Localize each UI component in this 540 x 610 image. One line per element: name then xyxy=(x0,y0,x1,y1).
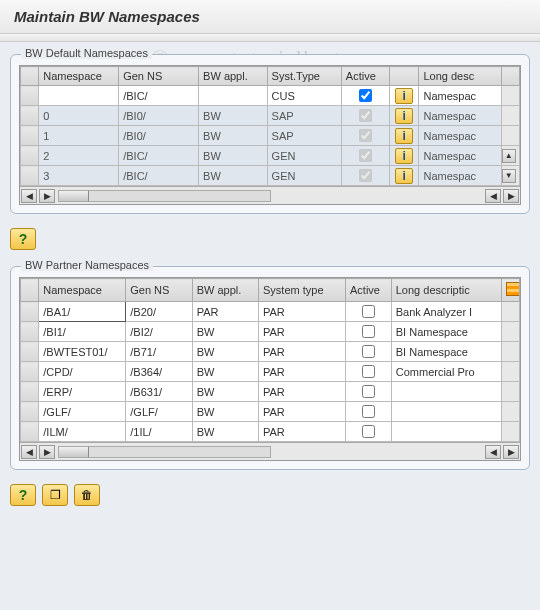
cell-system-type[interactable]: PAR xyxy=(259,302,346,322)
cell-gen-ns[interactable]: /B20/ xyxy=(126,302,192,322)
cell-bw-appl[interactable]: BW xyxy=(199,126,268,146)
info-icon[interactable]: i xyxy=(395,108,413,124)
cell-long-desc[interactable]: BI Namespace xyxy=(391,342,501,362)
col-bw-appl[interactable]: BW appl. xyxy=(192,279,258,302)
cell-namespace[interactable]: /ERP/ xyxy=(39,382,126,402)
active-checkbox[interactable] xyxy=(362,305,375,318)
cell-namespace[interactable]: /GLF/ xyxy=(39,402,126,422)
row-selector[interactable] xyxy=(21,106,39,126)
cell-syst-type[interactable]: SAP xyxy=(267,106,341,126)
scroll-right-button-2[interactable]: ▶ xyxy=(503,189,519,203)
col-namespace[interactable]: Namespace xyxy=(39,279,126,302)
cell-gen-ns[interactable]: /BI0/ xyxy=(119,126,199,146)
table-row[interactable]: 0/BI0/BWSAPiNamespac xyxy=(21,106,520,126)
delete-button[interactable]: 🗑 xyxy=(74,484,100,506)
scroll-left-button-2[interactable]: ◀ xyxy=(485,445,501,459)
row-selector[interactable] xyxy=(21,166,39,186)
table-row[interactable]: /CPD//B364/BWPARCommercial Pro xyxy=(21,362,520,382)
row-selector[interactable] xyxy=(21,382,39,402)
cell-gen-ns[interactable]: /BI0/ xyxy=(119,106,199,126)
table-row[interactable]: 1/BI0/BWSAPiNamespac xyxy=(21,126,520,146)
cell-gen-ns[interactable]: /BIC/ xyxy=(119,146,199,166)
col-long-desc[interactable]: Long descriptic xyxy=(391,279,501,302)
cell-info[interactable]: i xyxy=(389,166,419,186)
cell-bw-appl[interactable]: BW xyxy=(199,106,268,126)
cell-bw-appl[interactable] xyxy=(199,86,268,106)
cell-namespace[interactable]: /BA1/ xyxy=(39,302,126,322)
col-gen-ns[interactable]: Gen NS xyxy=(119,67,199,86)
cell-long-desc[interactable]: Namespac xyxy=(419,146,501,166)
cell-bw-appl[interactable]: PAR xyxy=(192,302,258,322)
info-icon[interactable]: i xyxy=(395,128,413,144)
cell-gen-ns[interactable]: /BI2/ xyxy=(126,322,192,342)
row-selector[interactable] xyxy=(21,342,39,362)
cell-long-desc[interactable] xyxy=(391,402,501,422)
cell-active[interactable] xyxy=(345,322,391,342)
table-row[interactable]: 3/BIC/BWGENiNamespac▼ xyxy=(21,166,520,186)
scroll-left-button[interactable]: ◀ xyxy=(21,189,37,203)
scroll-right-button[interactable]: ▶ xyxy=(39,445,55,459)
cell-bw-appl[interactable]: BW xyxy=(192,362,258,382)
cell-namespace[interactable]: /BWTEST01/ xyxy=(39,342,126,362)
row-selector[interactable] xyxy=(21,302,39,322)
cell-syst-type[interactable]: GEN xyxy=(267,146,341,166)
cell-system-type[interactable]: PAR xyxy=(259,402,346,422)
row-selector[interactable] xyxy=(21,362,39,382)
cell-bw-appl[interactable]: BW xyxy=(192,322,258,342)
cell-syst-type[interactable]: CUS xyxy=(267,86,341,106)
cell-info[interactable]: i xyxy=(389,86,419,106)
cell-long-desc[interactable] xyxy=(391,382,501,402)
cell-active[interactable] xyxy=(341,106,389,126)
cell-gen-ns[interactable]: /1IL/ xyxy=(126,422,192,442)
table-row[interactable]: /ERP//B631/BWPAR xyxy=(21,382,520,402)
cell-namespace[interactable]: /CPD/ xyxy=(39,362,126,382)
cell-long-desc[interactable]: Namespac xyxy=(419,106,501,126)
cell-namespace[interactable]: /BI1/ xyxy=(39,322,126,342)
cell-namespace[interactable]: /ILM/ xyxy=(39,422,126,442)
row-selector[interactable] xyxy=(21,322,39,342)
table-row[interactable]: /BA1//B20/PARPARBank Analyzer I xyxy=(21,302,520,322)
info-icon[interactable]: i xyxy=(395,88,413,104)
col-bw-appl[interactable]: BW appl. xyxy=(199,67,268,86)
cell-namespace[interactable]: 1 xyxy=(39,126,119,146)
row-selector[interactable] xyxy=(21,86,39,106)
col-namespace[interactable]: Namespace xyxy=(39,67,119,86)
active-checkbox[interactable] xyxy=(362,345,375,358)
table-row[interactable]: /BIC/CUSiNamespac xyxy=(21,86,520,106)
cell-info[interactable]: i xyxy=(389,126,419,146)
active-checkbox[interactable] xyxy=(362,365,375,378)
cell-active[interactable] xyxy=(345,382,391,402)
cell-active[interactable] xyxy=(345,302,391,322)
cell-gen-ns[interactable]: /B364/ xyxy=(126,362,192,382)
cell-bw-appl[interactable]: BW xyxy=(199,146,268,166)
help-button[interactable]: ? xyxy=(10,228,36,250)
info-icon[interactable]: i xyxy=(395,168,413,184)
scroll-up-button[interactable]: ▲ xyxy=(502,149,516,163)
cell-syst-type[interactable]: SAP xyxy=(267,126,341,146)
cell-long-desc[interactable]: Namespac xyxy=(419,126,501,146)
cell-bw-appl[interactable]: BW xyxy=(192,402,258,422)
table-row[interactable]: /GLF//GLF/BWPAR xyxy=(21,402,520,422)
cell-gen-ns[interactable]: /B71/ xyxy=(126,342,192,362)
row-selector[interactable] xyxy=(21,146,39,166)
cell-long-desc[interactable] xyxy=(391,422,501,442)
cell-active[interactable] xyxy=(341,126,389,146)
col-gen-ns[interactable]: Gen NS xyxy=(126,279,192,302)
table-row[interactable]: /BWTEST01//B71/BWPARBI Namespace xyxy=(21,342,520,362)
table-row[interactable]: /ILM//1IL/BWPAR xyxy=(21,422,520,442)
cell-system-type[interactable]: PAR xyxy=(259,342,346,362)
info-icon[interactable]: i xyxy=(395,148,413,164)
copy-button[interactable]: ❐ xyxy=(42,484,68,506)
scroll-down-button[interactable]: ▼ xyxy=(502,169,516,183)
col-syst-type[interactable]: Syst.Type xyxy=(267,67,341,86)
cell-syst-type[interactable]: GEN xyxy=(267,166,341,186)
scroll-left-button-2[interactable]: ◀ xyxy=(485,189,501,203)
cell-system-type[interactable]: PAR xyxy=(259,362,346,382)
cell-bw-appl[interactable]: BW xyxy=(192,422,258,442)
scroll-track[interactable] xyxy=(58,190,271,202)
active-checkbox[interactable] xyxy=(362,425,375,438)
col-system-type[interactable]: System type xyxy=(259,279,346,302)
cell-system-type[interactable]: PAR xyxy=(259,322,346,342)
cell-long-desc[interactable]: Namespac xyxy=(419,166,501,186)
cell-gen-ns[interactable]: /GLF/ xyxy=(126,402,192,422)
